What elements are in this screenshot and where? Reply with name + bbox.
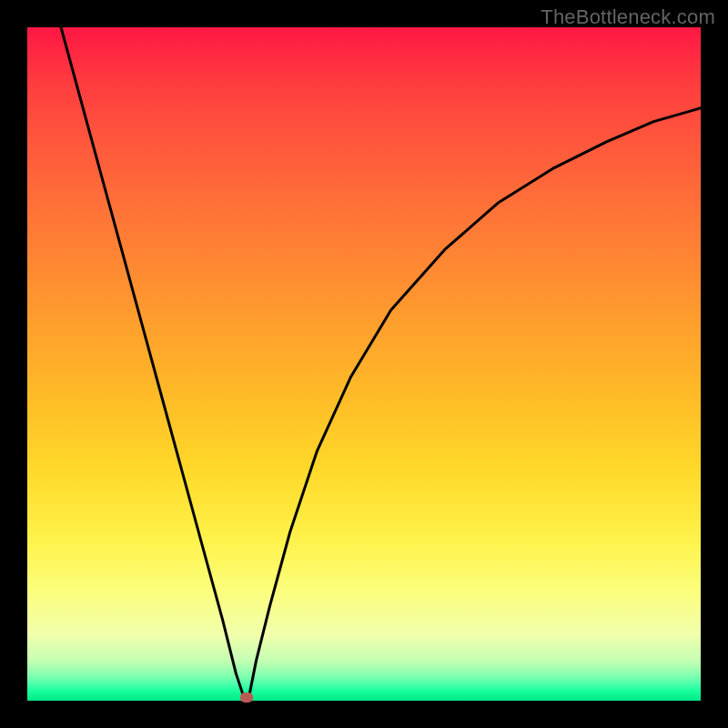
watermark-text: TheBottleneck.com bbox=[541, 5, 715, 29]
chart-frame: TheBottleneck.com bbox=[0, 0, 728, 728]
plot-area bbox=[27, 27, 701, 701]
optimal-point-marker bbox=[240, 693, 253, 703]
bottleneck-curve bbox=[27, 27, 701, 701]
